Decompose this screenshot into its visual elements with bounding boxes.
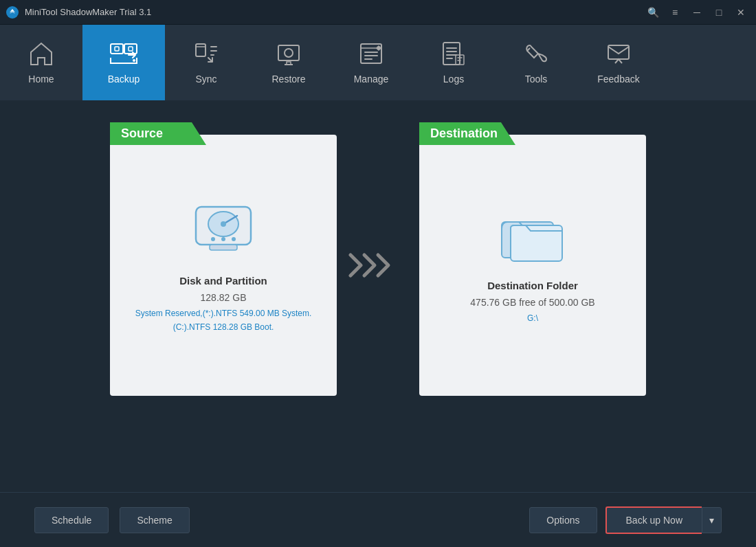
source-wrapper: Source: [110, 135, 337, 396]
source-disk-icon: [186, 197, 261, 261]
svg-rect-3: [124, 44, 137, 54]
chevron-down-icon: ▾: [709, 515, 714, 526]
navbar: Home Backup Sync: [0, 25, 756, 100]
close-button[interactable]: ✕: [731, 4, 751, 21]
options-button[interactable]: Options: [529, 507, 597, 533]
nav-sync-label: Sync: [195, 74, 216, 85]
home-icon: [28, 41, 54, 69]
nav-backup[interactable]: Backup: [82, 25, 165, 100]
app-logo-icon: [5, 5, 19, 19]
nav-manage[interactable]: Manage: [330, 25, 412, 100]
destination-header: Destination: [419, 122, 515, 145]
source-header-text: Source: [121, 126, 163, 140]
nav-restore[interactable]: Restore: [247, 25, 330, 100]
svg-rect-11: [443, 43, 460, 65]
svg-point-8: [285, 49, 293, 57]
scheme-button[interactable]: Scheme: [120, 507, 189, 533]
destination-card[interactable]: Destination Folder 475.76 GB free of 500…: [419, 135, 646, 396]
destination-free: 475.76 GB free of 500.00 GB: [470, 297, 594, 308]
source-card[interactable]: Disk and Partition 128.82 GB System Rese…: [110, 135, 337, 396]
source-title: Disk and Partition: [179, 275, 267, 287]
menu-button[interactable]: ≡: [665, 4, 685, 21]
source-detail: System Reserved,(*:).NTFS 549.00 MB Syst…: [135, 307, 312, 333]
logs-icon: [441, 41, 467, 69]
nav-feedback[interactable]: Feedback: [577, 25, 660, 100]
nav-backup-label: Backup: [108, 74, 140, 85]
destination-header-text: Destination: [430, 126, 498, 140]
bottom-right-buttons: Options Back up Now ▾: [529, 506, 722, 534]
nav-feedback-label: Feedback: [597, 74, 639, 85]
svg-point-17: [221, 221, 226, 227]
nav-sync[interactable]: Sync: [165, 25, 247, 100]
nav-logs[interactable]: Logs: [412, 25, 495, 100]
feedback-icon: [605, 41, 632, 69]
destination-title: Destination Folder: [487, 280, 578, 291]
bottom-left-buttons: Schedule Scheme: [34, 507, 190, 533]
destination-path: G:\: [527, 312, 538, 325]
nav-logs-label: Logs: [443, 74, 464, 85]
manage-icon: [358, 41, 384, 69]
sync-icon: [193, 41, 219, 69]
backup-now-button[interactable]: Back up Now: [605, 506, 702, 534]
backup-icon: [109, 41, 138, 69]
svg-point-5: [133, 59, 135, 62]
nav-tools[interactable]: Tools: [495, 25, 577, 100]
svg-point-20: [232, 237, 236, 241]
svg-rect-4: [129, 47, 133, 51]
arrow-area: [337, 248, 419, 282]
nav-restore-label: Restore: [271, 74, 305, 85]
svg-rect-2: [115, 47, 119, 51]
maximize-button[interactable]: □: [709, 4, 729, 21]
tools-icon: [523, 41, 549, 69]
minimize-button[interactable]: ─: [687, 4, 707, 21]
nav-home[interactable]: Home: [0, 25, 82, 100]
source-size: 128.82 GB: [201, 292, 247, 303]
destination-folder-icon: [498, 205, 567, 266]
svg-rect-1: [111, 44, 123, 54]
titlebar-controls: 🔍 ≡ ─ □ ✕: [643, 4, 751, 21]
svg-rect-6: [196, 44, 205, 56]
schedule-button[interactable]: Schedule: [34, 507, 109, 533]
nav-manage-label: Manage: [354, 74, 389, 85]
titlebar-title-text: MiniTool ShadowMaker Trial 3.1: [25, 7, 151, 17]
titlebar: MiniTool ShadowMaker Trial 3.1 🔍 ≡ ─ □ ✕: [0, 0, 756, 25]
svg-point-10: [377, 46, 381, 50]
svg-rect-21: [210, 245, 237, 250]
svg-rect-7: [278, 45, 299, 60]
svg-point-18: [211, 237, 215, 241]
svg-point-19: [221, 237, 225, 241]
nav-home-label: Home: [28, 74, 54, 85]
titlebar-left: MiniTool ShadowMaker Trial 3.1: [5, 5, 151, 19]
main-content: Source: [0, 100, 756, 492]
search-button[interactable]: 🔍: [643, 4, 663, 21]
nav-tools-label: Tools: [525, 74, 548, 85]
restore-icon: [276, 41, 302, 69]
cards-row: Source: [41, 135, 715, 396]
destination-wrapper: Destination Destination Folder 475.76 GB…: [419, 135, 646, 396]
backup-dropdown-button[interactable]: ▾: [702, 507, 722, 533]
svg-rect-13: [608, 45, 629, 59]
bottombar: Schedule Scheme Options Back up Now ▾: [0, 492, 756, 547]
source-header: Source: [110, 122, 206, 145]
